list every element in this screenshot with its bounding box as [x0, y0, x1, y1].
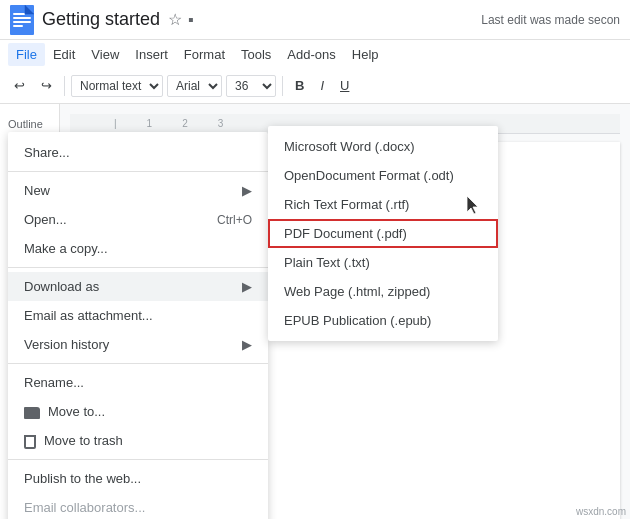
menu-item-tools[interactable]: Tools — [233, 43, 279, 66]
file-dropdown: Share... New ▶ Open... Ctrl+O Make a cop… — [8, 132, 268, 519]
menu-item-file[interactable]: File — [8, 43, 45, 66]
underline-button[interactable]: U — [334, 76, 355, 95]
style-select[interactable]: Normal text — [71, 75, 163, 97]
svg-rect-3 — [13, 21, 31, 23]
menu-share[interactable]: Share... — [8, 138, 268, 167]
svg-rect-2 — [13, 17, 31, 19]
doc-title: Getting started — [42, 9, 160, 30]
menu-item-addons[interactable]: Add-ons — [279, 43, 343, 66]
toolbar: ↩ ↪ Normal text Arial 36 B I U — [0, 68, 630, 104]
download-submenu: Microsoft Word (.docx) OpenDocument Form… — [268, 126, 498, 341]
submenu-odt[interactable]: OpenDocument Format (.odt) — [268, 161, 498, 190]
separator-1 — [8, 171, 268, 172]
menu-item-help[interactable]: Help — [344, 43, 387, 66]
separator-3 — [8, 363, 268, 364]
menu-item-view[interactable]: View — [83, 43, 127, 66]
menu-move-to[interactable]: Move to... — [8, 397, 268, 426]
arrow-icon-new: ▶ — [242, 183, 252, 198]
last-edit-text: Last edit was made secon — [481, 13, 620, 27]
menu-item-insert[interactable]: Insert — [127, 43, 176, 66]
folder-icon-move — [24, 407, 40, 419]
redo-button[interactable]: ↪ — [35, 76, 58, 95]
menu-email-collab: Email collaborators... — [8, 493, 268, 519]
svg-rect-1 — [13, 13, 25, 15]
menu-download-as[interactable]: Download as ▶ — [8, 272, 268, 301]
star-icon[interactable]: ☆ — [168, 10, 182, 29]
submenu-epub[interactable]: EPUB Publication (.epub) — [268, 306, 498, 335]
watermark: wsxdn.com — [576, 506, 626, 517]
menu-rename[interactable]: Rename... — [8, 368, 268, 397]
submenu-pdf[interactable]: PDF Document (.pdf) — [268, 219, 498, 248]
submenu-txt[interactable]: Plain Text (.txt) — [268, 248, 498, 277]
menu-bar: File Edit View Insert Format Tools Add-o… — [0, 40, 630, 68]
arrow-icon-version: ▶ — [242, 337, 252, 352]
main-area: Outline Welcom Drive ca Smart f Google G… — [0, 104, 630, 519]
menu-new[interactable]: New ▶ — [8, 176, 268, 205]
menu-publish[interactable]: Publish to the web... — [8, 464, 268, 493]
svg-rect-0 — [10, 5, 34, 35]
toolbar-divider-2 — [282, 76, 283, 96]
menu-item-format[interactable]: Format — [176, 43, 233, 66]
submenu-docx[interactable]: Microsoft Word (.docx) — [268, 132, 498, 161]
italic-button[interactable]: I — [314, 76, 330, 95]
menu-version-history[interactable]: Version history ▶ — [8, 330, 268, 359]
submenu-rtf[interactable]: Rich Text Format (.rtf) — [268, 190, 498, 219]
menu-move-trash[interactable]: Move to trash — [8, 426, 268, 455]
toolbar-divider-1 — [64, 76, 65, 96]
separator-4 — [8, 459, 268, 460]
submenu-html[interactable]: Web Page (.html, zipped) — [268, 277, 498, 306]
font-select[interactable]: Arial — [167, 75, 222, 97]
menu-item-edit[interactable]: Edit — [45, 43, 83, 66]
arrow-icon-download: ▶ — [242, 279, 252, 294]
title-bar: Getting started ☆ ▪ Last edit was made s… — [0, 0, 630, 40]
menu-make-copy[interactable]: Make a copy... — [8, 234, 268, 263]
svg-rect-4 — [13, 25, 23, 27]
folder-icon[interactable]: ▪ — [188, 11, 194, 29]
menu-email-attachment[interactable]: Email as attachment... — [8, 301, 268, 330]
menu-open[interactable]: Open... Ctrl+O — [8, 205, 268, 234]
sidebar-item-outline[interactable]: Outline — [6, 114, 53, 134]
undo-button[interactable]: ↩ — [8, 76, 31, 95]
doc-icon — [10, 5, 34, 35]
bold-button[interactable]: B — [289, 76, 310, 95]
separator-2 — [8, 267, 268, 268]
size-select[interactable]: 36 — [226, 75, 276, 97]
trash-icon-move — [24, 435, 36, 449]
